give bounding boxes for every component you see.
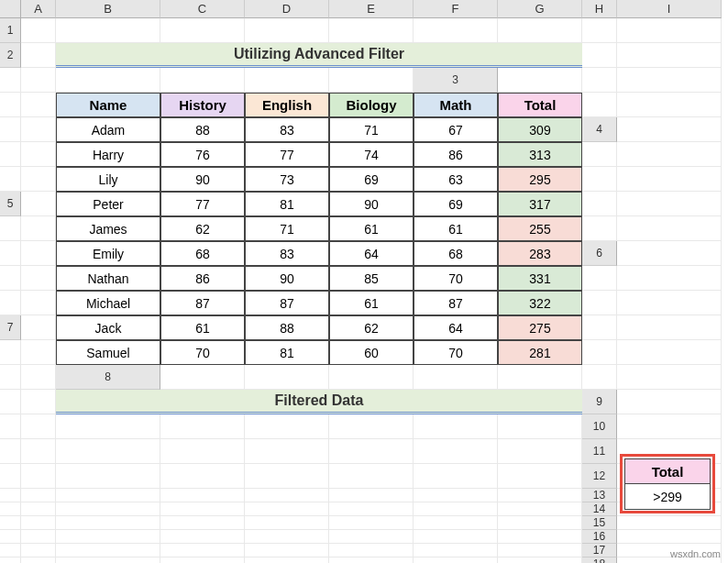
cell-I16[interactable] (498, 544, 582, 557)
cell-A6[interactable] (617, 241, 722, 266)
table-cell[interactable]: 64 (414, 315, 498, 340)
cell-E8[interactable] (498, 365, 582, 390)
row-header-13[interactable]: 13 (582, 489, 617, 502)
row-header-18[interactable]: 18 (582, 557, 617, 563)
table-cell[interactable]: 61 (329, 291, 414, 315)
table-cell[interactable]: 86 (160, 266, 245, 291)
cell-I1[interactable] (617, 18, 722, 43)
cell-C9[interactable] (21, 414, 56, 439)
cell-H10[interactable] (414, 439, 498, 464)
cell-D1[interactable] (245, 18, 329, 43)
cell-B16[interactable] (0, 544, 21, 557)
row-header-6[interactable]: 6 (582, 241, 617, 266)
table-cell[interactable]: 73 (245, 167, 329, 192)
cell-F6[interactable] (0, 291, 21, 315)
cell-D11[interactable] (56, 464, 160, 489)
table-cell[interactable]: 83 (245, 117, 329, 142)
cell-G9[interactable] (329, 414, 414, 439)
table-header-history[interactable]: History (160, 93, 245, 117)
cell-D13[interactable] (56, 502, 160, 516)
cell-A2[interactable] (21, 43, 56, 68)
table-cell[interactable]: Samuel (56, 340, 160, 365)
table-cell[interactable]: Peter (56, 192, 160, 216)
cell-E11[interactable] (160, 464, 245, 489)
cell-E1[interactable] (329, 18, 414, 43)
cell-B17[interactable] (0, 557, 21, 563)
row-header-11[interactable]: 11 (582, 439, 617, 464)
table-cell[interactable]: Lily (56, 167, 160, 192)
table-cell[interactable]: 313 (498, 142, 582, 167)
cell-G13[interactable] (329, 502, 414, 516)
cell-F7[interactable] (582, 340, 617, 365)
cell-C6[interactable] (21, 266, 56, 291)
cell-A10[interactable] (617, 414, 722, 439)
cell-E7[interactable] (21, 340, 56, 365)
row-header-14[interactable]: 14 (582, 502, 617, 516)
cell-F13[interactable] (245, 502, 329, 516)
cell-F5[interactable] (582, 216, 617, 241)
cell-F15[interactable] (245, 530, 329, 544)
table-cell[interactable]: 87 (414, 291, 498, 315)
cell-E9[interactable] (160, 414, 245, 439)
table-cell[interactable]: 60 (329, 340, 414, 365)
cell-B10[interactable] (0, 439, 21, 464)
table-cell[interactable]: 62 (160, 216, 245, 241)
cell-G14[interactable] (329, 516, 414, 530)
cell-D8[interactable] (414, 365, 498, 390)
cell-C2[interactable] (617, 43, 722, 68)
table-cell[interactable]: 90 (160, 167, 245, 192)
cell-C1[interactable] (160, 18, 245, 43)
cell-D15[interactable] (56, 530, 160, 544)
cell-B6[interactable] (0, 266, 21, 291)
cell-G11[interactable] (329, 464, 414, 489)
cell-F12[interactable] (245, 489, 329, 502)
table-header-name[interactable]: Name (56, 93, 160, 117)
cell-B14[interactable] (0, 516, 21, 530)
cell-F8[interactable] (582, 365, 617, 390)
cell-C13[interactable] (21, 502, 56, 516)
cell-B1[interactable] (56, 18, 160, 43)
row-header-7[interactable]: 7 (0, 315, 21, 340)
row-header-4[interactable]: 4 (582, 117, 617, 142)
table-cell[interactable]: 68 (414, 241, 498, 266)
cell-C5[interactable] (617, 192, 722, 216)
cell-B11[interactable] (0, 464, 21, 489)
cell-E3[interactable] (21, 93, 56, 117)
cell-G12[interactable] (329, 489, 414, 502)
table-cell[interactable]: 76 (160, 142, 245, 167)
cell-C3[interactable] (617, 68, 722, 93)
col-header-D[interactable]: D (245, 0, 329, 18)
cell-H13[interactable] (414, 502, 498, 516)
table-header-math[interactable]: Math (414, 93, 498, 117)
row-header-9[interactable]: 9 (582, 390, 617, 414)
cell-C14[interactable] (21, 516, 56, 530)
cell-H14[interactable] (414, 516, 498, 530)
cell-B2[interactable] (582, 43, 617, 68)
table-cell[interactable]: Nathan (56, 266, 160, 291)
table-cell[interactable]: 70 (414, 266, 498, 291)
table-cell[interactable]: 70 (414, 340, 498, 365)
cell-H9[interactable] (414, 414, 498, 439)
col-header-H[interactable]: H (582, 0, 617, 18)
table-cell[interactable]: 309 (498, 117, 582, 142)
cell-H4[interactable] (582, 167, 617, 192)
cell-D4[interactable] (582, 142, 617, 167)
cell-I6[interactable] (617, 291, 722, 315)
cell-A8[interactable] (160, 365, 245, 390)
table-cell[interactable]: 61 (414, 216, 498, 241)
table-cell[interactable]: 90 (245, 266, 329, 291)
cell-C17[interactable] (21, 557, 56, 563)
cell-C4[interactable] (21, 142, 56, 167)
cell-F17[interactable] (245, 557, 329, 563)
table-cell[interactable]: 281 (498, 340, 582, 365)
cell-G1[interactable] (498, 18, 582, 43)
table-cell[interactable]: 255 (498, 216, 582, 241)
cell-C10[interactable] (21, 439, 56, 464)
cell-B7[interactable] (582, 315, 617, 340)
row-header-16[interactable]: 16 (582, 530, 617, 544)
cell-I11[interactable] (498, 464, 582, 489)
cell-E2[interactable] (21, 68, 56, 93)
table-cell[interactable]: 74 (329, 142, 414, 167)
cell-H15[interactable] (414, 530, 498, 544)
cell-E14[interactable] (160, 516, 245, 530)
